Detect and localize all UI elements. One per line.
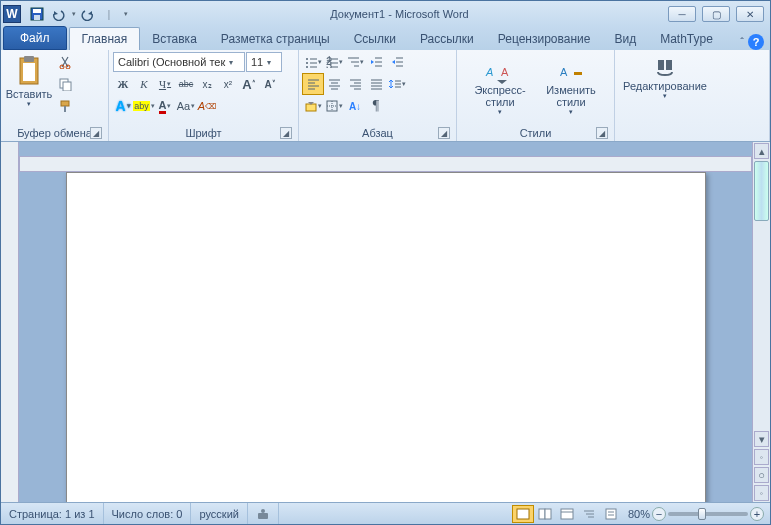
svg-rect-60 — [658, 60, 664, 70]
font-name-combo[interactable]: Calibri (Основной тек▾ — [113, 52, 245, 72]
clear-formatting-button[interactable]: A⌫ — [197, 96, 217, 116]
strikethrough-button[interactable]: abc — [176, 74, 196, 94]
font-dialog-launcher[interactable]: ◢ — [280, 127, 292, 139]
window-title: Документ1 - Microsoft Word — [131, 7, 668, 21]
text-effects-button[interactable]: A — [113, 96, 133, 116]
numbering-button[interactable]: 123 — [324, 52, 344, 72]
clipboard-dialog-launcher[interactable]: ◢ — [90, 127, 102, 139]
scroll-up-icon[interactable]: ▴ — [754, 143, 769, 159]
font-color-button[interactable]: A — [155, 96, 175, 116]
sort-button[interactable]: A↓ — [345, 96, 365, 116]
view-draft-button[interactable] — [600, 505, 622, 523]
superscript-button[interactable]: x² — [218, 74, 238, 94]
redo-button[interactable] — [78, 4, 98, 24]
align-center-button[interactable] — [324, 74, 344, 94]
zoom-in-button[interactable]: + — [750, 507, 764, 521]
underline-button[interactable]: Ч — [155, 74, 175, 94]
svg-text:A: A — [501, 66, 509, 78]
view-print-layout-button[interactable] — [512, 505, 534, 523]
decrease-indent-button[interactable] — [366, 52, 386, 72]
maximize-button[interactable]: ▢ — [702, 6, 730, 22]
svg-rect-61 — [666, 60, 672, 70]
zoom-slider[interactable] — [668, 512, 748, 516]
increase-indent-button[interactable] — [387, 52, 407, 72]
align-left-button[interactable] — [303, 74, 323, 94]
tab-view[interactable]: Вид — [602, 28, 648, 50]
highlight-button[interactable]: aby — [134, 96, 154, 116]
scroll-thumb[interactable] — [754, 161, 769, 221]
format-painter-button[interactable] — [55, 96, 75, 116]
status-rec-icon[interactable] — [248, 503, 279, 524]
svg-rect-59 — [574, 72, 582, 75]
zoom-out-button[interactable]: − — [652, 507, 666, 521]
undo-button[interactable] — [48, 4, 68, 24]
vertical-scrollbar[interactable]: ▴ ▾ ◦ ○ ◦ — [752, 142, 770, 502]
tab-file[interactable]: Файл — [3, 26, 67, 50]
line-spacing-button[interactable] — [387, 74, 407, 94]
font-size-combo[interactable]: 11▾ — [246, 52, 282, 72]
group-styles: AA Экспресс-стили▾ A Изменить стили▾ Сти… — [457, 50, 615, 141]
horizontal-ruler[interactable] — [19, 156, 752, 172]
group-clipboard: Вставить ▾ Буфер обмена ◢ — [1, 50, 109, 141]
multilevel-list-button[interactable] — [345, 52, 365, 72]
tab-page-layout[interactable]: Разметка страницы — [209, 28, 342, 50]
next-page-icon[interactable]: ◦ — [754, 485, 769, 501]
svg-point-12 — [306, 58, 308, 60]
qat-customize-dropdown[interactable] — [120, 4, 130, 24]
group-paragraph: 123 A↓ ¶ Абзац ◢ — [299, 50, 457, 141]
view-web-layout-button[interactable] — [556, 505, 578, 523]
help-icon[interactable]: ? — [748, 34, 764, 50]
editing-button[interactable]: Редактирование▾ — [619, 52, 711, 102]
bold-button[interactable]: Ж — [113, 74, 133, 94]
zoom-slider-thumb[interactable] — [698, 508, 706, 520]
svg-rect-2 — [34, 15, 40, 20]
cut-button[interactable] — [55, 52, 75, 72]
status-word-count[interactable]: Число слов: 0 — [104, 503, 192, 524]
change-case-button[interactable]: Aa — [176, 96, 196, 116]
tab-review[interactable]: Рецензирование — [486, 28, 603, 50]
ribbon: Вставить ▾ Буфер обмена ◢ Calibri (Основ… — [1, 50, 770, 142]
statusbar: Страница: 1 из 1 Число слов: 0 русский 8… — [1, 502, 770, 524]
group-editing: Редактирование▾ — [615, 50, 770, 141]
justify-button[interactable] — [366, 74, 386, 94]
minimize-ribbon-icon[interactable]: ˆ — [740, 36, 744, 48]
scroll-down-icon[interactable]: ▾ — [754, 431, 769, 447]
shrink-font-button[interactable]: A˅ — [260, 74, 280, 94]
align-right-button[interactable] — [345, 74, 365, 94]
tab-insert[interactable]: Вставка — [140, 28, 209, 50]
tab-mailings[interactable]: Рассылки — [408, 28, 486, 50]
undo-dropdown[interactable] — [69, 4, 77, 24]
svg-rect-67 — [561, 509, 573, 519]
close-button[interactable]: ✕ — [736, 6, 764, 22]
save-button[interactable] — [27, 4, 47, 24]
tab-references[interactable]: Ссылки — [342, 28, 408, 50]
italic-button[interactable]: К — [134, 74, 154, 94]
minimize-button[interactable]: ─ — [668, 6, 696, 22]
grow-font-button[interactable]: A˄ — [239, 74, 259, 94]
document-page[interactable] — [66, 172, 706, 502]
show-marks-button[interactable]: ¶ — [366, 96, 386, 116]
subscript-button[interactable]: x₂ — [197, 74, 217, 94]
qat-divider: | — [99, 4, 119, 24]
borders-button[interactable] — [324, 96, 344, 116]
shading-button[interactable] — [303, 96, 323, 116]
tab-mathtype[interactable]: MathType — [648, 28, 725, 50]
app-icon[interactable]: W — [3, 5, 21, 23]
vertical-ruler[interactable] — [1, 142, 19, 502]
change-styles-button[interactable]: A Изменить стили▾ — [539, 52, 603, 118]
view-full-screen-button[interactable] — [534, 505, 556, 523]
paragraph-dialog-launcher[interactable]: ◢ — [438, 127, 450, 139]
browse-object-icon[interactable]: ○ — [754, 467, 769, 483]
paste-button[interactable]: Вставить ▾ — [5, 52, 53, 110]
copy-button[interactable] — [55, 74, 75, 94]
zoom-level[interactable]: 80% — [628, 508, 650, 520]
quick-styles-button[interactable]: AA Экспресс-стили▾ — [461, 52, 539, 118]
status-page[interactable]: Страница: 1 из 1 — [1, 503, 104, 524]
status-language[interactable]: русский — [191, 503, 247, 524]
bullets-button[interactable] — [303, 52, 323, 72]
prev-page-icon[interactable]: ◦ — [754, 449, 769, 465]
tab-home[interactable]: Главная — [69, 27, 141, 50]
view-outline-button[interactable] — [578, 505, 600, 523]
svg-rect-11 — [64, 106, 66, 112]
styles-dialog-launcher[interactable]: ◢ — [596, 127, 608, 139]
